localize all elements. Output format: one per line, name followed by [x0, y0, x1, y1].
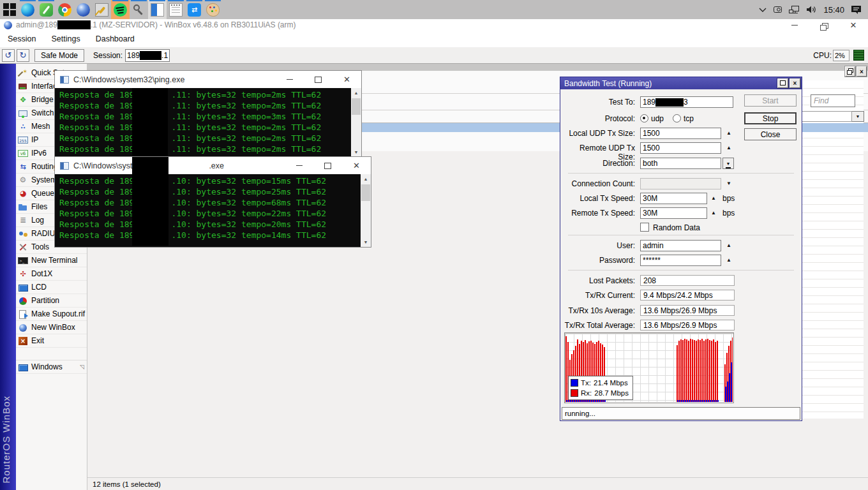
minimize-button[interactable]	[275, 71, 304, 88]
dialog-restore-button[interactable]	[777, 78, 788, 88]
ping-reply-line: Resposta de 189.10: bytes=32 tempo=25ms …	[59, 186, 359, 197]
direction-dropdown-button[interactable]: ▼	[722, 158, 734, 169]
redo-button[interactable]: ↻	[17, 49, 29, 62]
child-restore-button[interactable]	[845, 66, 855, 77]
txrx-current-row: Tx/Rx Current: 9.4 Mbps/24.2 Mbps	[563, 290, 799, 302]
sidebar-item-new-winbox[interactable]: New WinBox	[16, 321, 87, 334]
scroll-down-icon[interactable]: ▼	[351, 147, 361, 157]
minimize-button[interactable]	[285, 157, 313, 174]
password-input[interactable]: ******	[640, 255, 721, 266]
random-data-checkbox[interactable]: Random Data	[640, 223, 700, 232]
restore-button[interactable]	[809, 19, 839, 31]
terminal2-titlebar[interactable]: C:\Windows\syst.exe ✕	[55, 157, 371, 174]
sidebar-item-make-supout-rif[interactable]: Make Supout.rif	[16, 308, 87, 321]
dialog-titlebar[interactable]: Bandwidth Test (Running) ×	[560, 77, 802, 89]
protocol-udp-radio[interactable]: udp	[640, 114, 664, 123]
close-button[interactable]: ✕	[839, 19, 868, 31]
sidebar-item-exit[interactable]: Exit	[16, 334, 87, 348]
throughput-chart: Tx:21.4 Mbps Rx:28.7 Mbps	[564, 332, 734, 403]
start-button[interactable]	[0, 0, 19, 19]
system-tray: 15:40	[759, 0, 868, 19]
terminal1-scrollbar[interactable]: ▲ ▼	[351, 88, 361, 157]
winbox-window-titlebar[interactable]: admin@189.1 (MZ-SERVIDOR) - WinBox v6.48…	[0, 19, 868, 31]
direction-select[interactable]: both	[640, 158, 721, 169]
scroll-up-icon[interactable]: ▲	[361, 174, 371, 184]
sidebar-item-dot1x[interactable]: Dot1X	[16, 267, 87, 281]
safe-mode-button[interactable]: Safe Mode	[34, 49, 84, 62]
user-input[interactable]: admin	[640, 240, 721, 251]
scroll-up-icon[interactable]: ▲	[351, 88, 361, 98]
start-button[interactable]: Start	[744, 94, 797, 107]
remote-udp-size-input[interactable]: 1500	[640, 142, 721, 154]
redaction-box	[132, 157, 168, 246]
scroll-thumb[interactable]	[361, 184, 370, 201]
sidebar-item-partition[interactable]: Partition	[16, 294, 87, 308]
sidebar-item-new-terminal[interactable]: New Terminal	[16, 254, 87, 267]
network-icon[interactable]	[789, 5, 800, 14]
menu-dashboard[interactable]: Dashboard	[88, 34, 142, 43]
terminal2-scrollbar[interactable]: ▲ ▼	[361, 174, 371, 247]
spin-up-icon[interactable]: ▲	[726, 130, 731, 137]
stop-button[interactable]: Stop	[744, 112, 797, 124]
session-input[interactable]: 189.1	[125, 49, 170, 62]
teamviewer-icon[interactable]	[185, 0, 204, 19]
volume-icon[interactable]	[806, 5, 817, 14]
maximize-button[interactable]	[313, 157, 342, 174]
local-tx-speed-input[interactable]: 30M	[640, 193, 707, 204]
green-app-icon	[40, 3, 53, 17]
test-to-input[interactable]: 1893	[640, 96, 733, 108]
protocol-tcp-radio[interactable]: tcp	[673, 114, 694, 123]
redaction-box	[655, 98, 684, 107]
local-udp-size-input[interactable]: 1500	[640, 128, 721, 139]
scroll-thumb[interactable]	[352, 98, 361, 115]
menu-session[interactable]: Session	[0, 34, 43, 43]
ping-reply-line: Resposta de 189.11: bytes=32 tempo=3ms T…	[59, 111, 350, 122]
undo-button[interactable]: ↺	[2, 49, 15, 62]
spin-up-icon[interactable]: ▲	[726, 242, 731, 249]
minimize-button[interactable]	[780, 19, 809, 31]
action-center-icon[interactable]	[851, 5, 862, 15]
winbox-globe-icon[interactable]	[74, 0, 93, 19]
taskbar: 15:40	[0, 0, 868, 19]
spin-up-icon[interactable]: ▲	[726, 145, 731, 151]
remote-tx-speed-input[interactable]: 30M	[640, 207, 707, 219]
spin-up-icon[interactable]: ▲	[726, 257, 731, 264]
find-input[interactable]: Find	[811, 94, 855, 107]
dialog-close-icon[interactable]: ×	[789, 78, 800, 88]
edge-icon[interactable]	[19, 0, 37, 19]
lost-packets-value: 208	[640, 275, 735, 286]
child-close-button[interactable]: ×	[857, 66, 867, 77]
close-button[interactable]: ✕	[342, 157, 371, 174]
connection-count-input[interactable]	[640, 178, 721, 189]
clock[interactable]: 15:40	[823, 5, 844, 15]
filter-dropdown-button[interactable]: ▼	[852, 111, 864, 122]
ping-reply-line: Resposta de 189.11: bytes=32 tempo=2ms T…	[59, 122, 350, 133]
notepad-icon[interactable]	[167, 0, 185, 19]
close-button[interactable]: ✕	[333, 71, 361, 88]
ping-reply-line: Resposta de 189.10: bytes=32 tempo=22ms …	[59, 208, 359, 219]
cpu-graph-icon[interactable]	[853, 50, 864, 61]
tray-expand-chevron-icon[interactable]	[759, 7, 767, 12]
cmd-icon	[60, 162, 69, 170]
txrx-total-average-label: Tx/Rx Total Average:	[563, 321, 635, 330]
sidebar-item-windows[interactable]: Windows ◹	[16, 360, 87, 374]
submenu-arrow-icon: ◹	[80, 364, 84, 370]
terminal1-titlebar[interactable]: C:\Windows\system32\ping.exe ✕	[55, 71, 361, 88]
window-app-icon[interactable]	[148, 0, 167, 19]
tray-app-icon[interactable]	[773, 5, 782, 14]
dropdown-arrow-icon[interactable]: ▼	[726, 181, 731, 187]
spin-up-icon[interactable]: ▲	[711, 195, 716, 202]
exit-icon	[18, 336, 28, 346]
spotify-icon[interactable]	[111, 0, 130, 19]
spin-up-icon[interactable]: ▲	[711, 210, 716, 216]
key-app-icon[interactable]	[93, 0, 111, 19]
magnifier-icon[interactable]	[130, 0, 148, 19]
green-app-icon[interactable]	[37, 0, 56, 19]
chrome-icon[interactable]	[56, 0, 74, 19]
scroll-down-icon[interactable]: ▼	[361, 237, 371, 247]
close-button[interactable]: Close	[744, 128, 797, 140]
maximize-button[interactable]	[304, 71, 333, 88]
paint-icon[interactable]	[204, 0, 222, 19]
sidebar-item-lcd[interactable]: LCD	[16, 281, 87, 294]
menu-settings[interactable]: Settings	[43, 34, 87, 43]
